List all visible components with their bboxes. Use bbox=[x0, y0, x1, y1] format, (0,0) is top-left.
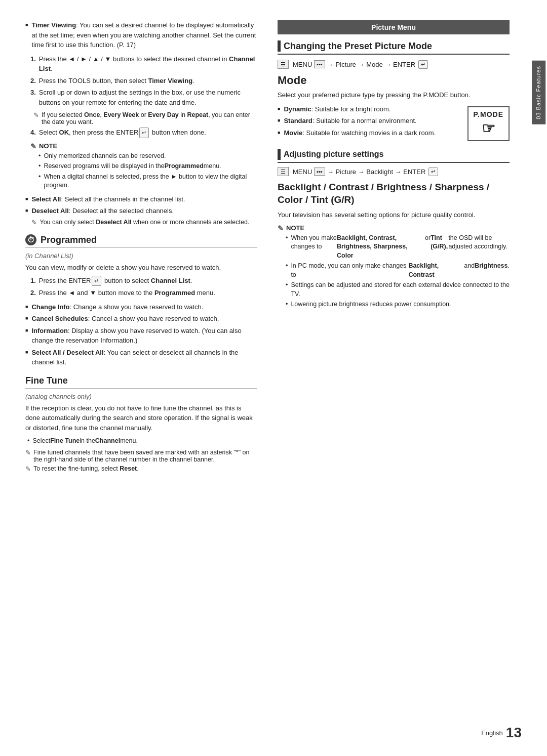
pmode-hand-icon: ☞ bbox=[482, 119, 495, 137]
programmed-title: Programmed bbox=[41, 235, 97, 245]
timer-viewing-title: Timer Viewing bbox=[31, 21, 76, 29]
enter-icon4: ↵ bbox=[428, 167, 438, 176]
timer-viewing-item: Timer Viewing: You can set a desired cha… bbox=[25, 20, 257, 50]
fine-tune-channel-item: Select Fine Tune in the Channel menu. bbox=[27, 437, 257, 446]
chapter-number: 03 bbox=[535, 112, 541, 119]
fine-tune-pencil2-icon: ✎ bbox=[25, 465, 31, 473]
changing-preset-label: Changing the Preset Picture Mode bbox=[284, 41, 432, 52]
fine-tune-note1: ✎ Fine tuned channels that have been sav… bbox=[25, 449, 257, 463]
backlight-note: ✎ NOTE When you make changes to Backligh… bbox=[278, 224, 510, 309]
adjusting-title: Adjusting picture settings bbox=[278, 149, 510, 163]
picture-menu-bar: Picture Menu bbox=[278, 20, 510, 34]
backlight-note-icon: ✎ bbox=[278, 224, 284, 232]
deselect-note-icon: ✎ bbox=[31, 218, 37, 228]
backlight-note-2: In PC mode, you can only make changes to… bbox=[286, 262, 510, 279]
programmed-intro: You can view, modify or delete a show yo… bbox=[25, 263, 257, 273]
programmed-icon: ⏱ bbox=[25, 234, 36, 245]
fine-tune-title: Fine Tune bbox=[25, 375, 68, 386]
mode-standard: Standard: Suitable for a normal environm… bbox=[278, 116, 462, 126]
change-info-item: Change Info: Change a show you have rese… bbox=[25, 302, 257, 312]
footer: English 13 bbox=[481, 725, 522, 741]
information-item: Information: Display a show you have res… bbox=[25, 326, 257, 346]
step-2: 2. Press the TOOLS button, then select T… bbox=[30, 76, 257, 86]
adjusting-menu-path: ☰ MENU ▪▪▪ → Picture → Backlight → ENTER… bbox=[278, 167, 510, 176]
menu-box2: ▪▪▪ bbox=[314, 167, 325, 176]
select-deselect-list: Select All: Select all the channels in t… bbox=[25, 194, 257, 228]
menu-icon2: ☰ bbox=[278, 167, 289, 176]
deselect-note: ✎ You can only select Deselect All when … bbox=[31, 218, 249, 228]
page-number: 13 bbox=[506, 725, 522, 741]
pmode-label: P.MODE bbox=[474, 110, 503, 118]
left-column: Timer Viewing: You can set a desired cha… bbox=[25, 20, 262, 736]
note-item-3: When a digital channel is selected, pres… bbox=[38, 173, 257, 190]
timer-viewing-steps: 1. Press the ◄ / ► / ▲ / ▼ buttons to se… bbox=[30, 54, 257, 108]
prog-step-1: 1. Press the ENTER↵ button to select Cha… bbox=[30, 276, 257, 286]
chapter-label: 03 Basic Features bbox=[532, 61, 545, 124]
changing-preset-title: Changing the Preset Picture Mode bbox=[278, 40, 510, 55]
mode-movie: Movie: Suitable for watching movies in a… bbox=[278, 128, 462, 138]
enter-icon3: ↵ bbox=[418, 60, 428, 69]
step-3: 3. Scroll up or down to adjust the setti… bbox=[30, 88, 257, 107]
mode-row: Dynamic: Suitable for a bright room. Sta… bbox=[278, 104, 510, 142]
select-all-item: Select All: Select all the channels in t… bbox=[25, 194, 257, 204]
programmed-steps: 1. Press the ENTER↵ button to select Cha… bbox=[30, 276, 257, 298]
menu-icon1: ☰ bbox=[278, 60, 289, 69]
timer-viewing-intro: Timer Viewing: You can set a desired cha… bbox=[25, 20, 257, 50]
step-1: 1. Press the ◄ / ► / ▲ / ▼ buttons to se… bbox=[30, 54, 257, 74]
sub-note-icon: ✎ bbox=[33, 111, 39, 119]
backlight-note-list: When you make changes to Backlight, Cont… bbox=[286, 234, 510, 309]
fine-tune-section-title: Fine Tune bbox=[25, 375, 257, 389]
sub-note-block: ✎ If you selected Once, Every Week or Ev… bbox=[33, 111, 257, 125]
adj-section-bar bbox=[278, 149, 281, 160]
backlight-desc: Your television has several setting opti… bbox=[278, 210, 510, 220]
chapter-title: Basic Features bbox=[535, 66, 541, 110]
backlight-note-4: Lowering picture brightness reduces powe… bbox=[286, 300, 510, 309]
fine-tune-bullet1: Select Fine Tune in the Channel menu. bbox=[27, 437, 257, 446]
cancel-schedules-item: Cancel Schedules: Cancel a show you have… bbox=[25, 314, 257, 324]
backlight-note-3: Settings can be adjusted and stored for … bbox=[286, 281, 510, 299]
mode-section: Mode Select your preferred picture type … bbox=[278, 74, 510, 142]
section-bar bbox=[278, 40, 281, 52]
backlight-note-1: When you make changes to Backlight, Cont… bbox=[286, 234, 510, 261]
adjusting-label: Adjusting picture settings bbox=[284, 150, 383, 159]
content-area: Timer Viewing: You can set a desired cha… bbox=[0, 0, 530, 756]
step-4: 4. Select OK, then press the ENTER↵ butt… bbox=[30, 128, 257, 138]
prog-step-2: 2. Press the ◄ and ▼ button move to the … bbox=[30, 288, 257, 298]
backlight-note-title: ✎ NOTE bbox=[278, 224, 510, 232]
language-label: English bbox=[481, 729, 503, 737]
changing-preset-menu-path: ☰ MENU ▪▪▪ → Picture → Mode → ENTER ↵ bbox=[278, 60, 510, 69]
right-column: Picture Menu Changing the Preset Picture… bbox=[278, 20, 510, 736]
sub-note-text: If you selected Once, Every Week or Ever… bbox=[42, 111, 257, 125]
enter-icon: ↵ bbox=[139, 128, 149, 138]
note-item-1: Only memorized channels can be reserved. bbox=[38, 152, 257, 161]
note-title: ✎ NOTE bbox=[30, 142, 257, 150]
timer-viewing-content: Timer Viewing: You can set a desired cha… bbox=[31, 20, 257, 50]
mode-dynamic: Dynamic: Suitable for a bright room. bbox=[278, 104, 462, 114]
fine-tune-pencil-icon: ✎ bbox=[25, 449, 31, 456]
pmode-box: P.MODE ☞ bbox=[467, 106, 510, 141]
picture-menu-label: Picture Menu bbox=[371, 23, 416, 31]
programmed-section-title: ⏱ Programmed bbox=[25, 234, 257, 248]
enter-icon2: ↵ bbox=[92, 276, 101, 286]
fine-tune-note2: ✎ To reset the fine-tuning, select Reset… bbox=[25, 465, 257, 473]
mode-desc: Select your preferred picture type by pr… bbox=[278, 90, 510, 100]
deselect-all-item: Deselect All: Deselect all the selected … bbox=[25, 206, 257, 227]
fine-tune-intro: If the reception is clear, you do not ha… bbox=[25, 403, 257, 433]
note-list-timer: Only memorized channels can be reserved.… bbox=[38, 152, 257, 190]
mode-title: Mode bbox=[278, 74, 510, 87]
note-block-timer: ✎ NOTE Only memorized channels can be re… bbox=[30, 142, 257, 190]
timer-viewing-step4: 4. Select OK, then press the ENTER↵ butt… bbox=[30, 128, 257, 138]
mode-list: Dynamic: Suitable for a bright room. Sta… bbox=[278, 104, 462, 142]
select-deselect-all-item: Select All / Deselect All: You can selec… bbox=[25, 348, 257, 367]
note-pencil-icon: ✎ bbox=[30, 142, 36, 150]
mode-items: Dynamic: Suitable for a bright room. Sta… bbox=[278, 104, 462, 138]
menu-box1: ▪▪▪ bbox=[314, 60, 325, 68]
fine-tune-subtitle: (analog channels only) bbox=[25, 393, 257, 400]
page-wrapper: 03 Basic Features Timer Viewing: You can… bbox=[0, 0, 547, 756]
programmed-items: Change Info: Change a show you have rese… bbox=[25, 302, 257, 367]
backlight-title: Backlight / Contrast / Brightness / Shar… bbox=[278, 181, 510, 206]
side-tab: 03 Basic Features bbox=[531, 61, 547, 124]
note-item-2: Reserved programs will be displayed in t… bbox=[38, 162, 257, 171]
programmed-subtitle: (in Channel List) bbox=[25, 252, 257, 260]
